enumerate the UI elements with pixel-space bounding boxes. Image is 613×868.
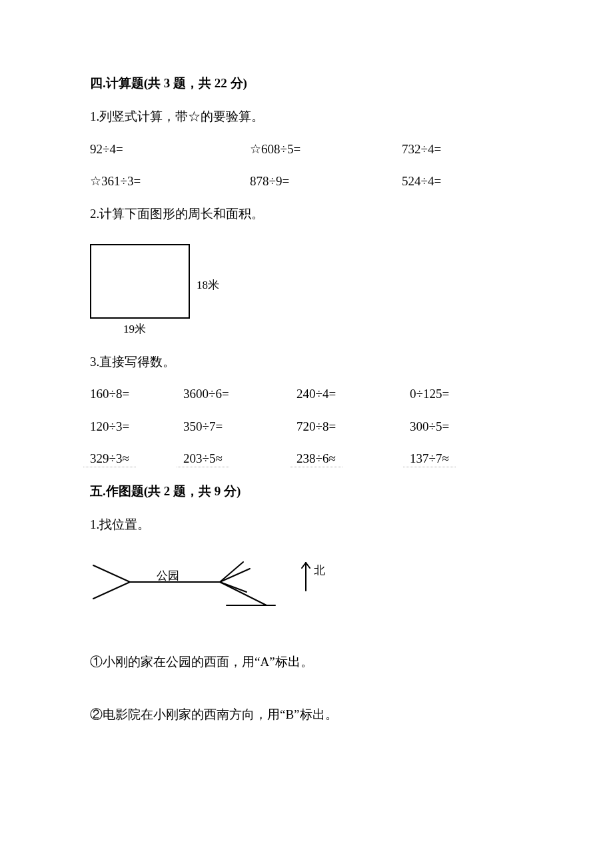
s4-q1-row1: 92÷4= ☆608÷5= 732÷4= [90, 139, 526, 159]
rect-label-height: 18米 [197, 276, 219, 294]
s4-q1-r1-c3: 732÷4= [402, 139, 515, 159]
s4-q3-r1-c4: 0÷125= [410, 384, 510, 404]
svg-line-0 [93, 565, 130, 582]
s4-q3-r2-c4: 300÷5= [410, 417, 510, 437]
park-diagram-icon [90, 552, 277, 618]
svg-line-6 [220, 582, 267, 605]
s4-q3-row1: 160÷8= 3600÷6= 240÷4= 0÷125= [90, 384, 526, 404]
s4-q3-r3-c4: 137÷7≈ [410, 449, 510, 469]
s5-q1-sub1: ①小刚的家在公园的西面，用“A”标出。 [90, 652, 526, 672]
s4-q3-prompt: 3.直接写得数。 [90, 352, 526, 372]
north-label: 北 [314, 561, 325, 579]
rectangle-shape [90, 244, 190, 319]
s5-q1-prompt: 1.找位置。 [90, 515, 526, 535]
s4-q1-r1-c2: ☆608÷5= [250, 139, 402, 159]
s4-q3-r2-c3: 720÷8= [297, 417, 410, 437]
s4-q3-r1-c1: 160÷8= [90, 384, 183, 404]
section-5-header: 五.作图题(共 2 题，共 9 分) [90, 481, 526, 501]
s5-q1-sub2: ②电影院在小刚家的西南方向，用“B”标出。 [90, 705, 526, 725]
s4-q3-r1-c3: 240÷4= [297, 384, 410, 404]
exam-page: 四.计算题(共 3 题，共 22 分) 1.列竖式计算，带☆的要验算。 92÷4… [0, 0, 613, 868]
s4-q3-r2-c2: 350÷7= [183, 417, 297, 437]
north-arrow-icon [301, 559, 311, 598]
s4-q1-r2-c3: 524÷4= [402, 171, 515, 191]
svg-line-3 [220, 562, 243, 582]
s4-q3-row3: 329÷3≈ 203÷5≈ 238÷6≈ 137÷7≈ [90, 449, 526, 469]
section-4-header: 四.计算题(共 3 题，共 22 分) [90, 73, 526, 93]
s4-q3-r2-c1: 120÷3= [90, 417, 183, 437]
s5-q1-figure: 公园 北 [90, 552, 356, 619]
s4-q3-r3-c2: 203÷5≈ [183, 449, 297, 469]
s4-q1-row2: ☆361÷3= 878÷9= 524÷4= [90, 171, 526, 191]
s4-q1-r2-c1: ☆361÷3= [90, 171, 250, 191]
s4-q2-figure: 18米 19米 [90, 244, 526, 319]
s4-q2-prompt: 2.计算下面图形的周长和面积。 [90, 204, 526, 224]
s4-q3-r1-c2: 3600÷6= [183, 384, 297, 404]
s4-q1-r1-c1: 92÷4= [90, 139, 250, 159]
s4-q1-prompt: 1.列竖式计算，带☆的要验算。 [90, 107, 526, 127]
s4-q3-r3-c1: 329÷3≈ [90, 449, 183, 469]
rect-label-width: 19米 [123, 320, 146, 338]
s4-q3-row2: 120÷3= 350÷7= 720÷8= 300÷5= [90, 417, 526, 437]
rectangle-figure: 18米 19米 [90, 244, 223, 319]
svg-line-1 [93, 582, 130, 599]
svg-line-4 [220, 569, 250, 582]
park-label: 公园 [157, 567, 179, 585]
s4-q3-r3-c3: 238÷6≈ [297, 449, 410, 469]
s4-q1-r2-c2: 878÷9= [250, 171, 402, 191]
